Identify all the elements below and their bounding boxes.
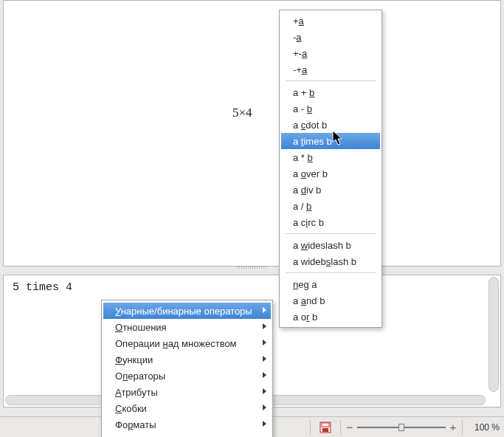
operators-submenu[interactable]: +a-a+-a-+aa + ba - ba cdot ba times ba *… bbox=[279, 10, 382, 328]
submenu-item[interactable]: a wideslash b bbox=[281, 237, 380, 253]
context-menu-item[interactable]: Операции над множеством bbox=[103, 335, 271, 351]
svg-rect-1 bbox=[322, 423, 329, 427]
context-menu-item[interactable]: Операторы bbox=[103, 368, 271, 384]
submenu-item[interactable]: neg a bbox=[281, 276, 380, 292]
zoom-level-label[interactable]: 100 % bbox=[467, 422, 504, 433]
editor-code: 5 times 4 bbox=[13, 281, 72, 294]
submenu-arrow-icon bbox=[263, 421, 266, 427]
preview-pane: 5×4 bbox=[0, 0, 504, 269]
submenu-arrow-icon bbox=[263, 356, 266, 362]
submenu-item[interactable]: a - b bbox=[281, 100, 380, 117]
submenu-arrow-icon bbox=[263, 405, 266, 410]
editor-scrollbar-vertical[interactable] bbox=[489, 277, 499, 392]
context-menu-item[interactable]: Унарные/бинарные операторы bbox=[103, 303, 271, 319]
submenu-item[interactable]: a + b bbox=[281, 84, 380, 100]
splitter-grip-icon bbox=[237, 266, 268, 269]
save-icon[interactable] bbox=[320, 421, 331, 433]
submenu-arrow-icon bbox=[263, 388, 266, 394]
submenu-item[interactable]: a * b bbox=[281, 149, 380, 165]
context-menu-item[interactable]: Форматы bbox=[103, 416, 271, 433]
status-separator bbox=[462, 420, 463, 435]
submenu-item[interactable]: a times b bbox=[281, 133, 380, 149]
submenu-arrow-icon bbox=[263, 372, 266, 378]
submenu-item[interactable]: +a bbox=[281, 13, 380, 29]
context-menu-item[interactable]: Функции bbox=[103, 351, 271, 368]
menu-separator bbox=[286, 233, 376, 234]
context-menu-item[interactable]: Прочее bbox=[103, 433, 271, 437]
submenu-arrow-icon bbox=[263, 307, 266, 313]
submenu-arrow-icon bbox=[263, 340, 266, 345]
zoom-slider[interactable] bbox=[357, 423, 446, 432]
submenu-item[interactable]: -+a bbox=[281, 61, 380, 78]
submenu-item[interactable]: a or b bbox=[281, 309, 380, 325]
preview-canvas: 5×4 bbox=[3, 0, 501, 266]
submenu-item[interactable]: -a bbox=[281, 29, 380, 45]
submenu-item[interactable]: a and b bbox=[281, 292, 380, 309]
submenu-item[interactable]: a / b bbox=[281, 198, 380, 214]
menu-separator bbox=[286, 80, 376, 81]
menu-separator bbox=[286, 272, 376, 273]
submenu-item[interactable]: a cdot b bbox=[281, 117, 380, 133]
pane-splitter[interactable] bbox=[0, 265, 504, 269]
submenu-item[interactable]: a circ b bbox=[281, 214, 380, 230]
svg-rect-2 bbox=[322, 428, 328, 432]
context-menu-item[interactable]: Скобки bbox=[103, 400, 271, 416]
zoom-in-button[interactable]: + bbox=[449, 421, 458, 433]
context-menu-item[interactable]: Отношения bbox=[103, 319, 271, 335]
context-menu-item[interactable]: Атрибуты bbox=[103, 384, 271, 400]
submenu-item[interactable]: a div b bbox=[281, 182, 380, 198]
submenu-item[interactable]: +-a bbox=[281, 45, 380, 61]
context-menu[interactable]: Унарные/бинарные операторыОтношенияОпера… bbox=[101, 300, 273, 437]
formula-render: 5×4 bbox=[232, 106, 252, 120]
submenu-item[interactable]: a over b bbox=[281, 165, 380, 182]
status-separator bbox=[310, 420, 311, 435]
zoom-out-button[interactable]: − bbox=[345, 421, 354, 433]
submenu-arrow-icon bbox=[263, 323, 266, 329]
zoom-slider-thumb[interactable] bbox=[398, 424, 404, 431]
submenu-item[interactable]: a widebslash b bbox=[281, 253, 380, 269]
status-separator bbox=[340, 420, 341, 435]
